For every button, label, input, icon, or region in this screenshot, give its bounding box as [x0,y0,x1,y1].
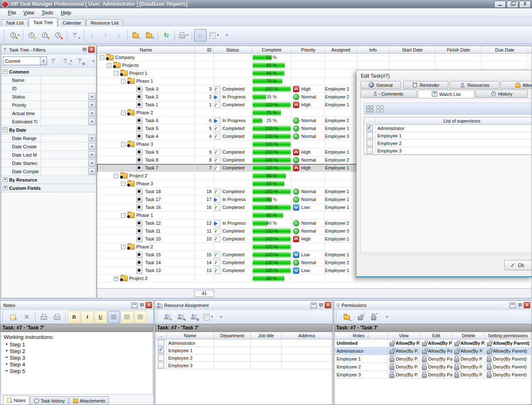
collapse-icon[interactable]: - [3,128,7,132]
filter-field-value[interactable] [40,84,96,92]
pin-icon[interactable] [82,47,86,52]
collapse-icon[interactable]: - [114,174,118,178]
allow-button[interactable]: ↑ [354,311,367,323]
underline-button[interactable]: U [94,311,107,323]
resource-row[interactable]: Administrator [156,339,332,347]
supervisor-row[interactable]: Administrator [364,125,532,132]
restore-panel-icon[interactable] [131,302,138,308]
tab-task-history[interactable]: Task history [30,396,69,405]
toolbar-grip[interactable] [3,30,5,41]
clear-filter-button[interactable]: ✕ [74,55,86,67]
collapse-icon[interactable]: - [100,55,104,60]
save-filter-button[interactable]: ▪▾ [61,55,73,67]
toolbar-grip[interactable] [157,312,159,322]
new-task-button[interactable]: ✦ [25,29,38,42]
expand-all-button[interactable]: + [143,29,155,42]
delete-task-button[interactable]: ✕ [52,29,64,42]
permissions-close-button[interactable]: X [524,302,530,308]
column-header-view[interactable]: View [388,332,420,339]
resource-checkbox[interactable] [158,347,164,353]
filter-section-common[interactable]: -Common [1,68,96,76]
tab-resource-list[interactable]: Resource List [86,19,123,27]
print-note-button[interactable] [37,311,50,323]
expand-icon[interactable]: + [3,177,7,182]
bold-button[interactable]: B [68,311,80,323]
filter-preset-combobox[interactable]: Current ▼ [3,56,47,65]
column-header-name[interactable]: Name [167,332,214,339]
collapse-icon[interactable]: - [121,110,126,115]
column-header-id[interactable]: ID [195,46,214,54]
resource-overflow-button[interactable]: ▾ [215,311,227,323]
permissions-overflow-button[interactable]: ▾ [381,311,393,323]
supervisor-checkbox[interactable] [367,140,373,146]
collapse-icon[interactable]: - [107,63,111,68]
filter-field-value[interactable] [40,93,89,101]
restore-panel-icon[interactable] [310,302,317,308]
permission-row[interactable]: Administrator↑Allow(By P.↑Allow(By Pa↑Al… [335,347,531,355]
align-right-button[interactable] [134,311,147,323]
filters-close-button[interactable]: X [88,47,95,53]
combobox-dropdown-icon[interactable]: ▼ [40,57,47,65]
filter-dropdown-button[interactable]: ▼ [89,118,96,125]
uncheck-all-button[interactable] [377,106,383,112]
menu-view[interactable]: View [20,9,38,17]
expand-icon[interactable]: + [3,186,7,190]
notes-close-button[interactable]: X [145,302,152,308]
align-left-button[interactable] [108,311,120,323]
filter-dropdown-button[interactable]: ▼ [89,143,96,150]
pin-icon[interactable] [318,303,323,308]
column-header-job-title[interactable]: Job title [251,332,282,339]
dialog-tab-attach[interactable]: Attach [500,81,532,89]
align-center-button[interactable] [121,311,133,323]
filter-field-value[interactable] [40,167,89,175]
filter-dropdown-button[interactable]: ▼ [89,135,96,142]
permission-row[interactable]: Employee 2+Deny(By P.+Deny(By Pa+Deny(By… [335,363,531,371]
expand-icon[interactable]: + [114,276,118,281]
pin-icon[interactable] [139,303,144,308]
toolbar-overflow-button[interactable]: ▾ [221,29,233,42]
print-button[interactable]: ▾ [177,29,190,42]
filter-field-value[interactable] [40,134,89,142]
resource-row[interactable]: Employee 3 [156,362,332,369]
dialog-tab-comments[interactable]: Comments [360,90,417,98]
filter-section-by-resource[interactable]: +By Resource [1,176,96,184]
resource-close-button[interactable]: X [325,302,331,308]
collapse-icon[interactable]: - [114,71,118,76]
group-row[interactable]: -Projects85 % [97,61,532,69]
edit-assignment-button[interactable]: ✎ [175,311,187,323]
filter-dropdown-button[interactable]: ▼ [89,110,96,117]
tab-attachments[interactable]: Attachments [69,396,109,405]
restore-panel-icon[interactable] [510,302,516,308]
resource-checkbox[interactable] [158,362,164,368]
resource-report-button[interactable]: ▾ [202,311,214,323]
close-button[interactable]: X [519,1,531,8]
restore-button[interactable] [507,1,518,8]
dialog-tab-reminder[interactable]: Reminder [403,81,448,89]
resource-row[interactable]: Employee 2 [156,354,332,362]
edit-task-button[interactable]: ✎ [39,29,51,42]
column-header-check[interactable]: ... [156,332,167,339]
collapse-icon[interactable]: - [121,213,126,218]
insert-note-button[interactable] [7,311,20,323]
filter-field-value[interactable] [40,151,89,159]
filter-field-value[interactable] [40,109,89,117]
add-task-button[interactable]: ✎▾ [8,29,21,42]
menu-help[interactable]: Help [57,9,75,17]
tab-calendar[interactable]: Calendar [58,19,86,27]
supervisor-checkbox[interactable] [367,125,373,131]
collapse-icon[interactable]: - [121,79,126,83]
filter-dropdown-button[interactable]: ▼ [89,160,96,167]
collapse-icon[interactable]: - [3,69,7,74]
filter-field-value[interactable] [40,76,96,84]
ok-button[interactable]: ✓ Ok [504,260,532,270]
collapse-icon[interactable]: - [121,245,126,249]
column-header-setting-permissions[interactable]: Setting permissions [485,332,531,339]
column-header-priority[interactable]: Priority [292,46,325,54]
italic-button[interactable]: I [81,311,94,323]
assign-resource-button[interactable]: ✦ [162,311,174,323]
remove-assignment-button[interactable]: ✕ [188,311,201,323]
collapse-icon[interactable]: - [121,142,126,147]
permission-row[interactable]: Employee 1+Deny(By P.+Deny(By Pa+Deny(By… [335,355,531,363]
toolbar-grip[interactable] [2,312,4,322]
filter-dropdown-button[interactable]: ▼ [89,151,96,158]
